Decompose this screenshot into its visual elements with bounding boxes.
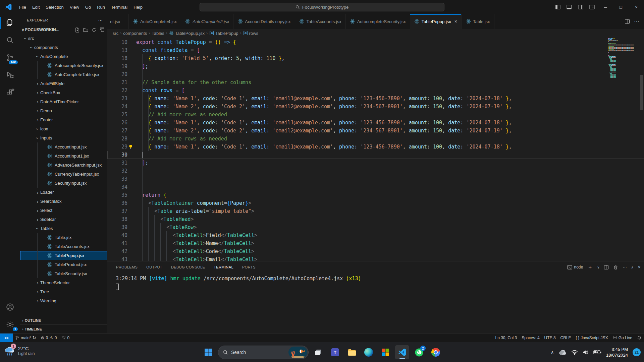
tree-item-sidebar[interactable]: ›SideBar <box>20 215 107 224</box>
code-line-19[interactable]: 19 ]; <box>107 62 644 70</box>
code-line-32[interactable]: 32 <box>107 167 644 175</box>
close-panel-icon[interactable]: × <box>638 264 641 270</box>
breadcrumb-rows[interactable]: rows <box>243 31 258 36</box>
toggle-sidebar-icon[interactable] <box>552 0 564 14</box>
menu-view[interactable]: View <box>67 3 82 11</box>
explorer-icon[interactable] <box>0 14 20 32</box>
code-line-29[interactable]: 29 { name: 'Name 1', code: 'Code 1', ema… <box>107 143 644 151</box>
editor-scrollbar[interactable] <box>639 38 644 261</box>
code-line-24[interactable]: 24 { name: 'Name 2', code: 'Code 2', ema… <box>107 103 644 111</box>
weather-widget[interactable]: 1 27°C Light rain <box>3 345 35 357</box>
maximize-button[interactable]: □ <box>613 0 629 14</box>
taskbar-search-box[interactable]: Search <box>218 346 309 359</box>
tree-item-demo[interactable]: ›Demo <box>20 106 107 115</box>
settings-gear-icon[interactable]: 1 <box>0 316 20 333</box>
tab-accountdetails-copy-jsx[interactable]: AccountDetails copy.jsx <box>233 14 295 29</box>
code-line-28[interactable]: 28 // Add more rows as needed <box>107 135 644 143</box>
tree-item-autocompletetable-jsx[interactable]: AutoCompleteTable.jsx <box>20 70 107 79</box>
code-line-31[interactable]: 31 ]; <box>107 159 644 167</box>
search-sidebar-icon[interactable] <box>0 32 20 49</box>
toggle-secondary-sidebar-icon[interactable] <box>575 0 586 14</box>
tree-item-checkbox[interactable]: ›CheckBox <box>20 88 107 97</box>
vscode-app-icon[interactable] <box>395 345 409 359</box>
encoding-item[interactable]: UTF-8 <box>542 334 558 342</box>
ports-item[interactable]: 0 <box>59 334 72 342</box>
code-line-18[interactable]: 18 { caption: 'Field 5', order: 5, width… <box>107 54 644 62</box>
code-line-40[interactable]: 40 <TableCell>Field</TableCell> <box>107 231 644 239</box>
tab-tableaccounts-jsx[interactable]: TableAccounts.jsx <box>295 14 346 29</box>
tab-autocomplete4-jsx[interactable]: AutoComplete4.jsx <box>129 14 181 29</box>
toggle-panel-icon[interactable] <box>564 0 575 14</box>
panel-more-actions-icon[interactable]: ⋯ <box>623 265 627 269</box>
menu-edit[interactable]: Edit <box>29 3 43 11</box>
tree-item-footer[interactable]: ›Footer <box>20 115 107 124</box>
code-line-25[interactable]: 25 // Add more rows as needed <box>107 111 644 119</box>
extensions-icon[interactable] <box>0 84 20 101</box>
tab-autocompletesecurity-jsx[interactable]: AutocompleteSecurity.jsx <box>346 14 410 29</box>
panel-tab-problems[interactable]: PROBLEMS <box>116 261 138 273</box>
tab-nt-jsx[interactable]: nt.jsx <box>107 14 129 29</box>
code-line-13[interactable]: 13 const fixedData = [ <box>107 46 644 54</box>
close-button[interactable]: × <box>629 0 644 14</box>
menu-run[interactable]: Run <box>94 3 108 11</box>
tree-item-advancesearchinput-jsx[interactable]: AdvanceSearchInput.jsx <box>20 161 107 170</box>
remote-indicator-button[interactable]: >< <box>0 334 13 342</box>
clock-widget[interactable]: 3:45 PM 18/07/2024 <box>606 347 628 358</box>
code-line-10[interactable]: 10export const TablePopup = () => { <box>107 38 644 46</box>
tree-item-tablepopup-jsx[interactable]: TablePopup.jsx <box>20 251 107 260</box>
tray-chevron-up-icon[interactable]: ∧ <box>551 350 554 355</box>
menu-go[interactable]: Go <box>82 3 94 11</box>
maximize-panel-icon[interactable]: ∧ <box>631 265 633 269</box>
tree-item-securityinput-jsx[interactable]: SecurityInput.jsx <box>20 179 107 188</box>
tree-item-autocompletesecurity-jsx[interactable]: AutocompleteSecurity.jsx <box>20 61 107 70</box>
chrome-browser-icon[interactable] <box>429 345 443 359</box>
go-live-item[interactable]: Go Live <box>610 334 635 342</box>
split-terminal-icon[interactable] <box>604 265 609 270</box>
volume-icon[interactable] <box>582 350 589 355</box>
tree-item-tablesecurity-jsx[interactable]: TableSecurity.jsx <box>20 269 107 278</box>
whatsapp-app-icon[interactable]: 2 <box>412 345 426 359</box>
tree-item-inputs[interactable]: ›Inputs <box>20 133 107 142</box>
run-debug-icon[interactable] <box>0 66 20 84</box>
code-line-42[interactable]: 42 <TableCell>Code</TableCell> <box>107 247 644 255</box>
terminal-output[interactable]: 3:29:14 PM [vite] hmr update /src/compon… <box>107 273 644 333</box>
code-line-41[interactable]: 41 <TableCell>Name</TableCell> <box>107 239 644 247</box>
new-terminal-icon[interactable]: ＋ <box>587 264 593 271</box>
tree-item-src[interactable]: ›src <box>20 34 107 43</box>
start-button[interactable] <box>201 345 215 359</box>
breadcrumb-tablepopup-jsx[interactable]: TablePopup.jsx <box>169 31 205 36</box>
teams-app-icon[interactable]: T <box>328 345 342 359</box>
code-line-38[interactable]: 38 <TableHead> <box>107 215 644 223</box>
tree-item-autofillstyle[interactable]: ›AutoFillStyle <box>20 79 107 88</box>
tree-item-searchbox[interactable]: ›SearchBox <box>20 197 107 206</box>
file-explorer-icon[interactable] <box>345 345 359 359</box>
code-line-26[interactable]: 26 { name: 'Name 1', code: 'Code 1', ema… <box>107 119 644 127</box>
code-line-20[interactable]: 20 <box>107 70 644 78</box>
tree-item-accountinput-jsx[interactable]: AccountInput.jsx <box>20 142 107 152</box>
terminal-dropdown-icon[interactable]: ∨ <box>597 265 599 269</box>
code-line-22[interactable]: 22 const rows = [ <box>107 86 644 95</box>
eol-item[interactable]: CRLF <box>558 334 573 342</box>
panel-tab-output[interactable]: OUTPUT <box>146 261 163 273</box>
notification-count-badge[interactable]: 21 <box>633 348 641 356</box>
code-line-21[interactable]: 21 // Sample data for the other columns <box>107 78 644 86</box>
refresh-icon[interactable] <box>92 27 97 33</box>
tree-item-dateandtimepicker[interactable]: ›DateAndTimePicker <box>20 97 107 106</box>
code-line-33[interactable]: 33 <box>107 175 644 183</box>
battery-charging-icon[interactable] <box>593 350 601 355</box>
scrollbar-thumb[interactable] <box>640 75 643 110</box>
problems-item[interactable]: ⊗ 0 ⚠ 0 <box>39 334 59 342</box>
onedrive-cloud-icon[interactable] <box>558 349 567 355</box>
project-root-row[interactable]: ∨ FOCUSWORKIN... <box>20 26 107 34</box>
tree-item-tableproduct-jsx[interactable]: TableProduct.jsx <box>20 260 107 269</box>
account-icon[interactable] <box>0 298 20 316</box>
source-control-icon[interactable]: 10K <box>0 49 20 66</box>
panel-tab-ports[interactable]: PORTS <box>242 261 256 273</box>
code-line-23[interactable]: 23 { name: 'Name 1', code: 'Code 1', ema… <box>107 95 644 103</box>
code-line-30[interactable]: 30 <box>107 151 644 159</box>
language-item[interactable]: { } JavaScript JSX <box>573 334 610 342</box>
explorer-more-actions-icon[interactable]: ⋯ <box>98 17 103 23</box>
outline-section[interactable]: › OUTLINE <box>20 316 107 324</box>
editor-more-actions-icon[interactable]: ⋯ <box>634 18 639 25</box>
panel-tab-debug-console[interactable]: DEBUG CONSOLE <box>171 261 205 273</box>
